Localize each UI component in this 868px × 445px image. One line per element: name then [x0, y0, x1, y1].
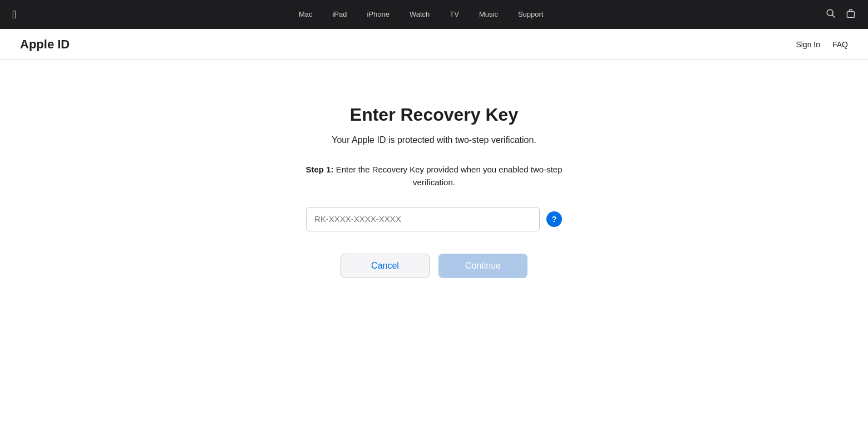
button-row: Cancel Continue — [341, 254, 527, 278]
main-content: Enter Recovery Key Your Apple ID is prot… — [0, 60, 868, 312]
apple-logo-icon[interactable]:  — [12, 9, 16, 20]
search-icon[interactable] — [826, 8, 836, 21]
continue-button[interactable]: Continue — [438, 254, 527, 278]
recovery-key-input[interactable] — [306, 207, 540, 231]
nav-support[interactable]: Support — [508, 0, 554, 29]
faq-link[interactable]: FAQ — [832, 40, 848, 49]
step-body: Enter the Recovery Key provided when you… — [333, 165, 562, 187]
nav-icons — [826, 8, 856, 21]
step-text: Step 1: Enter the Recovery Key provided … — [300, 163, 568, 189]
page-subtitle: Your Apple ID is protected with two-step… — [332, 135, 536, 145]
question-mark-icon: ? — [551, 215, 556, 223]
sub-nav-right: Sign In FAQ — [796, 40, 848, 49]
nav-ipad[interactable]: iPad — [322, 0, 357, 29]
nav-iphone[interactable]: iPhone — [357, 0, 399, 29]
input-row: ? — [306, 207, 562, 231]
nav-music[interactable]: Music — [469, 0, 508, 29]
nav-watch[interactable]: Watch — [400, 0, 440, 29]
apple-id-title: Apple ID — [20, 37, 70, 52]
bag-icon[interactable] — [846, 8, 856, 21]
sub-nav: Apple ID Sign In FAQ — [0, 29, 868, 60]
top-nav:  Mac iPad iPhone Watch TV Music Support — [0, 0, 868, 29]
cancel-button[interactable]: Cancel — [341, 254, 430, 278]
nav-mac[interactable]: Mac — [289, 0, 323, 29]
svg-line-1 — [832, 14, 835, 17]
nav-links: Mac iPad iPhone Watch TV Music Support — [16, 0, 826, 29]
sign-in-link[interactable]: Sign In — [796, 40, 820, 49]
nav-tv[interactable]: TV — [440, 0, 469, 29]
step-label: Step 1: — [305, 165, 333, 174]
svg-rect-2 — [847, 11, 854, 17]
help-icon-button[interactable]: ? — [546, 211, 562, 227]
page-title: Enter Recovery Key — [350, 105, 518, 125]
